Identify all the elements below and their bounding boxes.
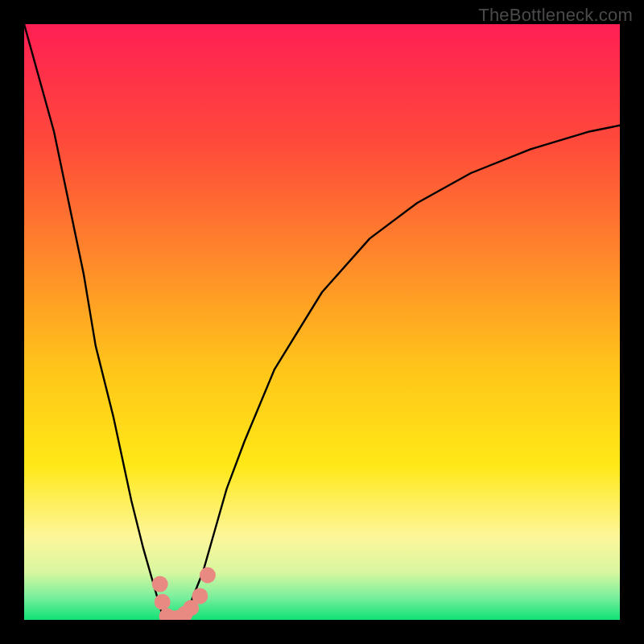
watermark-text: TheBottleneck.com	[478, 5, 633, 26]
sample-point	[192, 588, 208, 604]
chart-frame: TheBottleneck.com	[0, 0, 644, 644]
plot-area	[24, 24, 620, 620]
gradient-background	[24, 24, 620, 620]
sample-point	[155, 594, 171, 610]
sample-point	[200, 568, 216, 584]
sample-point	[152, 576, 168, 592]
chart-svg	[24, 24, 620, 620]
